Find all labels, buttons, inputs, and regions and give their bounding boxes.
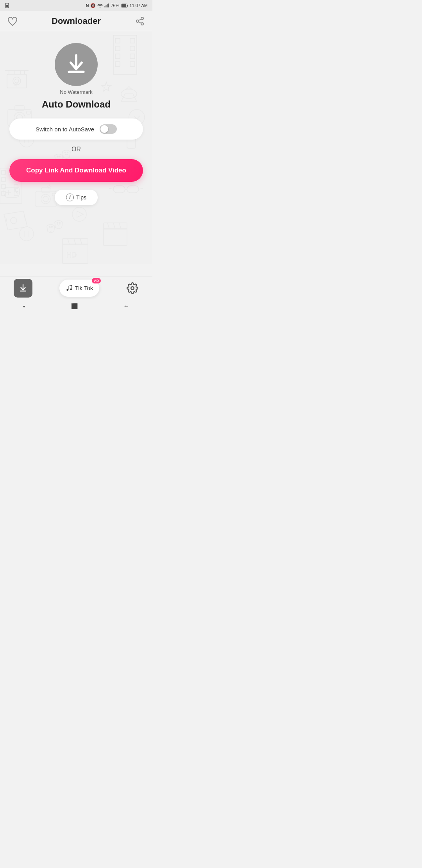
tips-label: Tips [76,194,86,201]
system-nav-bar: ● ⬛ ← [0,299,152,313]
autosave-label: Switch on to AutoSave [36,126,94,133]
svg-point-88 [57,222,58,224]
gear-icon [126,282,139,294]
recents-button[interactable]: ⬛ [71,303,78,309]
time-display: 11:07 AM [130,3,148,8]
topbar: Downloader [0,11,152,31]
svg-point-9 [136,20,139,22]
home-dot-button[interactable]: ● [23,304,25,308]
battery-icon [121,4,128,8]
svg-rect-5 [108,4,109,7]
svg-point-100 [66,289,68,291]
settings-nav-button[interactable] [126,282,139,294]
svg-point-97 [20,227,34,241]
svg-rect-7 [122,4,126,7]
status-bar: N 🔇 76% 11:07 AM [0,0,152,11]
wifi-icon [97,4,103,8]
battery-text: 76% [111,3,119,8]
page-title: Downloader [52,16,101,26]
svg-point-87 [52,226,53,228]
share-button[interactable] [134,16,145,27]
download-box [14,279,32,298]
network-icon: N [86,3,89,8]
status-right: N 🔇 76% 11:07 AM [86,3,148,8]
music-note-icon [66,285,73,292]
svg-point-57 [11,217,17,224]
download-arrow-icon [65,54,87,75]
auto-download-title: Auto Download [42,99,111,110]
toggle-knob [100,125,108,133]
svg-point-101 [70,288,72,290]
svg-point-102 [131,287,134,290]
svg-point-10 [141,23,143,25]
tiktok-nav-label: Tik Tok [75,285,93,291]
mute-icon: 🔇 [90,3,96,8]
svg-rect-1 [6,5,8,7]
svg-rect-52 [104,228,127,246]
svg-rect-4 [107,4,108,7]
tips-button[interactable]: i Tips [55,190,98,205]
autosave-row: Switch on to AutoSave [9,118,143,140]
svg-rect-3 [106,5,107,7]
autosave-toggle[interactable] [100,124,117,134]
signal-bars-icon [104,3,109,8]
svg-line-11 [139,22,141,23]
settings-gear-svg [127,282,138,294]
main-content: HD [0,31,152,264]
svg-text:HD: HD [66,251,77,259]
sim-card-icon [5,3,10,8]
back-button[interactable]: ← [123,303,130,310]
svg-rect-2 [105,6,106,7]
bottom-nav: Tik Tok AD [0,276,152,299]
favorite-button[interactable] [7,16,18,27]
no-watermark-label: No Watermark [60,89,92,95]
tiktok-nav-button[interactable]: Tik Tok AD [59,280,100,297]
ad-badge: AD [92,278,101,283]
svg-point-86 [49,226,50,228]
svg-point-89 [59,222,61,224]
downloads-nav-button[interactable] [14,279,32,298]
svg-point-8 [141,17,143,20]
copy-link-button-label: Copy Link And Download Video [26,167,126,174]
or-divider: OR [72,146,81,153]
svg-line-12 [139,19,141,20]
tiktok-pill: Tik Tok AD [59,280,100,297]
copy-link-download-button[interactable]: Copy Link And Download Video [9,159,143,182]
info-icon: i [66,194,74,201]
download-circle [55,43,98,86]
download-nav-icon [19,284,27,292]
